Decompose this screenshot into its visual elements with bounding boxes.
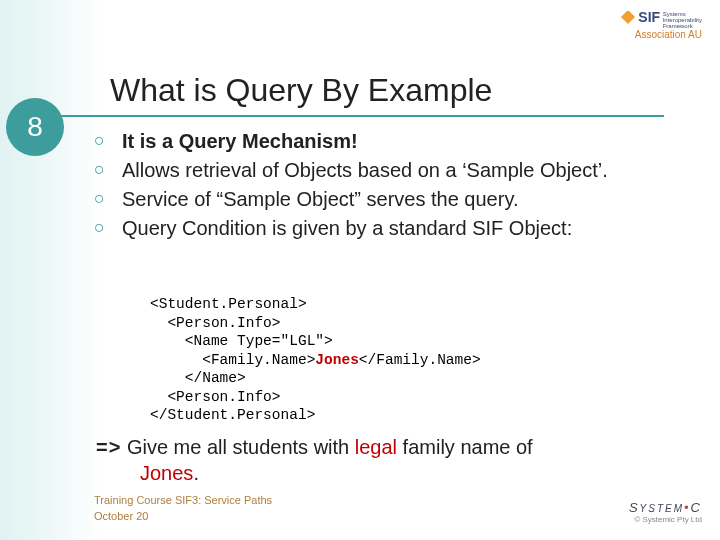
svg-rect-0 — [621, 11, 635, 24]
footer-copyright: © Systemic Pty Ltd — [629, 515, 702, 524]
bullet-item: ○ Query Condition is given by a standard… — [94, 215, 674, 242]
footer-course: Training Course SIF3: Service Paths — [94, 493, 272, 508]
bullet-text: It is a Query Mechanism! — [122, 128, 674, 155]
brand-part: S — [629, 500, 640, 515]
code-line-part: <Name Type= — [150, 333, 281, 349]
code-string: "LGL" — [281, 333, 325, 349]
summary-line: => Give me all students with legal famil… — [96, 434, 686, 486]
code-highlight: Jones — [315, 352, 359, 368]
bullet-item: ○ It is a Query Mechanism! — [94, 128, 674, 155]
title-underline — [54, 115, 664, 117]
bullet-icon: ○ — [94, 215, 122, 242]
bullet-list: ○ It is a Query Mechanism! ○ Allows retr… — [94, 128, 674, 244]
code-line-part: <Family.Name> — [150, 352, 315, 368]
diamond-icon — [618, 11, 636, 29]
summary-highlight-legal: legal — [355, 436, 397, 458]
bullet-text: Query Condition is given by a standard S… — [122, 215, 674, 242]
brand-part: YSTEM — [640, 503, 684, 514]
slide-title: What is Query By Example — [110, 72, 492, 109]
code-line-part: </Family.Name> — [359, 352, 481, 368]
bullet-icon: ○ — [94, 186, 122, 213]
code-line-part: > — [324, 333, 333, 349]
arrow-icon: => — [96, 436, 121, 458]
code-line: <Student.Personal> — [150, 296, 307, 312]
bullet-text: Service of “Sample Object” serves the qu… — [122, 186, 674, 213]
bullet-item: ○ Allows retrieval of Objects based on a… — [94, 157, 674, 184]
slide: SIF Systems Interoperability Framework A… — [0, 0, 720, 540]
logo-main: SIF — [638, 9, 660, 25]
footer-date: October 20 — [94, 509, 272, 524]
bullet-item: ○ Service of “Sample Object” serves the … — [94, 186, 674, 213]
logo-sub: Association AU — [635, 29, 702, 40]
page-number: 8 — [27, 111, 43, 143]
logo-sif-association: SIF Systems Interoperability Framework A… — [562, 10, 702, 50]
page-number-badge: 8 — [6, 98, 64, 156]
brand-part: C — [691, 500, 702, 515]
summary-highlight-jones: Jones — [140, 462, 193, 484]
code-line: </Student.Personal> — [150, 407, 315, 423]
code-line: <Person.Info> — [150, 315, 281, 331]
code-line: <Person.Info> — [150, 389, 281, 405]
footer-left: Training Course SIF3: Service Paths Octo… — [94, 493, 272, 524]
bullet-text: Allows retrieval of Objects based on a ‘… — [122, 157, 674, 184]
summary-text: Give me all students with — [121, 436, 354, 458]
bullet-icon: ○ — [94, 128, 122, 155]
code-line: </Name> — [150, 370, 246, 386]
footer-brand: SYSTEM•C — [629, 500, 702, 515]
bullet-icon: ○ — [94, 157, 122, 184]
summary-text: family name of — [397, 436, 533, 458]
summary-text: . — [193, 462, 199, 484]
code-sample: <Student.Personal> <Person.Info> <Name T… — [150, 295, 481, 425]
footer-right: SYSTEM•C © Systemic Pty Ltd — [629, 500, 702, 524]
